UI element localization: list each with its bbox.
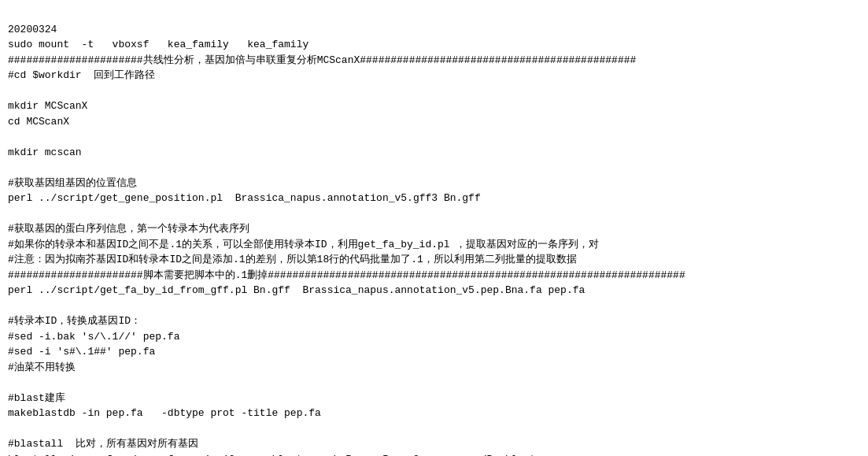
terminal-line: 20200324 [8, 22, 860, 38]
terminal-line [8, 206, 860, 222]
terminal-line: #油菜不用转换 [8, 360, 860, 376]
terminal-line: perl ../script/get_gene_position.pl Bras… [8, 191, 860, 206]
terminal-line [8, 129, 860, 145]
terminal-line: ######################脚本需要把脚本中的.1删掉#####… [8, 268, 860, 284]
terminal-line [8, 83, 860, 99]
terminal-line: cd MCScanX [8, 114, 860, 130]
terminal-line: #如果你的转录本和基因ID之间不是.1的关系，可以全部使用转录本ID，利用get… [8, 237, 860, 253]
terminal-line: ######################共线性分析，基因加倍与串联重复分析M… [8, 53, 860, 69]
terminal-line: blastall -i pep.fa -d pep.fa -e 1e-10 -p… [8, 452, 860, 457]
terminal-line: #cd $workdir 回到工作路径 [8, 68, 860, 83]
terminal-line [8, 298, 860, 314]
terminal-line: #sed -i.bak 's/\.1//' pep.fa [8, 329, 860, 345]
terminal-line: makeblastdb -in pep.fa -dbtype prot -tit… [8, 406, 860, 421]
terminal-line [8, 421, 860, 437]
terminal-line: #blast建库 [8, 391, 860, 406]
terminal-line [8, 160, 860, 176]
terminal-line: #转录本ID，转换成基因ID： [8, 313, 860, 329]
terminal-line: #注意：因为拟南芥基因ID和转录本ID之间是添加.1的差别，所以第18行的代码批… [8, 252, 860, 268]
terminal-line: #sed -i 's#\.1##' pep.fa [8, 344, 860, 360]
terminal-line: #获取基因的蛋白序列信息，第一个转录本为代表序列 [8, 221, 860, 237]
terminal-line: mkdir mcscan [8, 145, 860, 161]
terminal-line: #获取基因组基因的位置信息 [8, 176, 860, 191]
terminal-line [8, 375, 860, 391]
terminal-line: #blastall 比对，所有基因对所有基因 [8, 436, 860, 452]
terminal-line: perl ../script/get_fa_by_id_from_gff.pl … [8, 283, 860, 298]
terminal-line: mkdir MCScanX [8, 98, 860, 114]
terminal-output: 20200324sudo mount -t vboxsf kea_family … [0, 0, 868, 456]
terminal-line: sudo mount -t vboxsf kea_family kea_fami… [8, 37, 860, 53]
